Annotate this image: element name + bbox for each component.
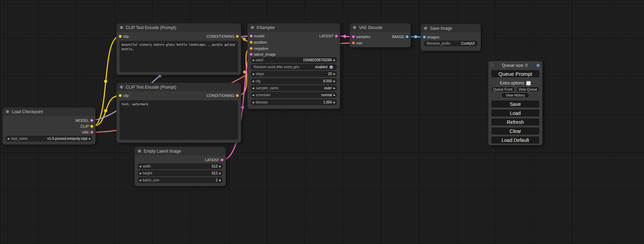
save-button[interactable]: Save <box>491 100 540 108</box>
increment-arrow-icon[interactable]: ▶ <box>332 80 337 83</box>
sampler-name-widget[interactable]: ◀ sampler_name euler ▶ <box>250 85 337 91</box>
steps-widget[interactable]: ◀ steps 20 ▶ <box>250 71 337 77</box>
output-dot-image[interactable] <box>405 35 409 38</box>
drag-handle-icon[interactable]: ⠿ <box>491 63 494 68</box>
scheduler-widget[interactable]: ◀ scheduler normal ▶ <box>250 92 337 98</box>
node-save-image[interactable]: Save Image images filename_prefix ComfyU… <box>421 24 480 51</box>
input-dot-clip[interactable] <box>118 94 122 97</box>
view-history-button[interactable]: View History <box>501 92 529 98</box>
input-dot-images[interactable] <box>423 35 426 39</box>
wire-midpoint-dot <box>243 38 246 41</box>
node-title-bar[interactable]: CLIP Text Encode (Prompt) <box>117 24 241 32</box>
node-title: Load Checkpoint <box>12 109 43 114</box>
output-dot-conditioning[interactable] <box>236 35 239 38</box>
input-dot-clip[interactable] <box>118 35 122 38</box>
decrement-arrow-icon[interactable]: ◀ <box>250 59 256 62</box>
decrement-arrow-icon[interactable]: ◀ <box>6 137 11 140</box>
node-empty-latent-image[interactable]: Empty Latent Image LATENT ◀ width 512 ▶ … <box>135 147 226 186</box>
input-dot-latent-image[interactable] <box>249 53 253 56</box>
random-seed-toggle-widget[interactable]: Random seed after every gen enabled <box>250 64 337 70</box>
node-graph-canvas[interactable]: Load Checkpoint MODEL CLIP VAE ◀ ckpt_na… <box>0 0 644 244</box>
load-default-button[interactable]: Load Default <box>491 136 540 144</box>
decrement-arrow-icon[interactable]: ◀ <box>250 80 256 83</box>
height-widget[interactable]: ◀ height 512 ▶ <box>138 170 223 176</box>
node-title-bar[interactable]: Save Image <box>421 24 480 33</box>
wire-midpoint-dot <box>343 35 346 38</box>
input-dot-vae[interactable] <box>352 41 355 45</box>
width-widget[interactable]: ◀ width 512 ▶ <box>138 163 223 169</box>
decrement-arrow-icon[interactable]: ◀ <box>138 172 143 175</box>
output-dot-latent[interactable] <box>335 34 338 38</box>
node-title-bar[interactable]: Load Checkpoint <box>3 108 95 116</box>
output-dot-conditioning[interactable] <box>236 94 239 97</box>
output-dot-model[interactable] <box>90 119 94 122</box>
decrement-arrow-icon[interactable]: ◀ <box>138 165 143 168</box>
output-label-vae: VAE <box>82 129 89 135</box>
input-dot-positive[interactable] <box>249 40 253 44</box>
prompt-textarea[interactable]: beautiful scenery nature glass bottle la… <box>120 41 238 72</box>
node-title: KSampler <box>257 25 275 30</box>
wire-clip-to-positive-prompt <box>92 36 120 126</box>
input-dot-negative[interactable] <box>249 47 253 50</box>
queue-panel: ⠿ Queue size: 0 ✱ Queue Prompt Extra opt… <box>488 61 542 145</box>
increment-arrow-icon[interactable]: ▶ <box>332 94 337 97</box>
filename-prefix-widget[interactable]: filename_prefix ComfyUI <box>424 40 478 46</box>
decrement-arrow-icon[interactable]: ◀ <box>138 179 143 182</box>
node-collapse-dot[interactable] <box>138 150 141 153</box>
decrement-arrow-icon[interactable]: ◀ <box>250 87 256 90</box>
node-title-bar[interactable]: VAE Decode <box>350 24 411 32</box>
batch-size-widget[interactable]: ◀ batch_size 1 ▶ <box>138 177 223 183</box>
input-dot-model[interactable] <box>249 34 253 38</box>
node-clip-text-encode-positive[interactable]: CLIP Text Encode (Prompt) clip CONDITION… <box>117 24 241 75</box>
input-dot-samples[interactable] <box>352 35 355 38</box>
node-title-bar[interactable]: KSampler <box>248 24 340 32</box>
node-clip-text-encode-negative[interactable]: CLIP Text Encode (Prompt) clip CONDITION… <box>117 83 241 143</box>
node-collapse-dot[interactable] <box>120 85 123 89</box>
node-title-bar[interactable]: CLIP Text Encode (Prompt) <box>117 83 241 91</box>
queue-panel-header: ⠿ Queue size: 0 ✱ <box>491 62 540 69</box>
increment-arrow-icon[interactable]: ▶ <box>87 137 92 140</box>
node-title-bar[interactable]: Empty Latent Image <box>135 147 226 155</box>
increment-arrow-icon[interactable]: ▶ <box>332 73 337 75</box>
increment-arrow-icon[interactable]: ▶ <box>218 172 223 175</box>
load-button[interactable]: Load <box>491 109 540 117</box>
clear-button[interactable]: Clear <box>491 127 540 135</box>
seed-widget[interactable]: ◀ seed 156680208700286 ▶ <box>250 57 337 63</box>
prompt-textarea[interactable]: text, watermark <box>120 100 238 140</box>
decrement-arrow-icon[interactable]: ◀ <box>250 73 256 75</box>
refresh-button[interactable]: Refresh <box>491 118 540 126</box>
view-queue-button[interactable]: View Queue <box>516 87 540 92</box>
toggle-knob-icon[interactable] <box>329 65 333 69</box>
decrement-arrow-icon[interactable]: ◀ <box>250 101 256 104</box>
queue-front-button[interactable]: Queue Front <box>491 87 515 92</box>
output-dot-latent[interactable] <box>220 158 224 162</box>
widget-value: 512 <box>212 164 218 168</box>
denoise-widget[interactable]: ◀ denoise 1.000 ▶ <box>250 99 337 105</box>
node-collapse-dot[interactable] <box>424 27 427 30</box>
cfg-widget[interactable]: ◀ cfg 8.000 ▶ <box>250 78 337 84</box>
extra-options-checkbox[interactable] <box>526 81 531 85</box>
increment-arrow-icon[interactable]: ▶ <box>332 87 337 90</box>
increment-arrow-icon[interactable]: ▶ <box>218 179 223 182</box>
ckpt-name-widget[interactable]: ◀ ckpt_name v1-5-pruned-emaonly.ckpt ▶ <box>6 136 92 142</box>
widget-value: 512 <box>212 171 218 175</box>
node-load-checkpoint[interactable]: Load Checkpoint MODEL CLIP VAE ◀ ckpt_na… <box>3 108 95 144</box>
decrement-arrow-icon[interactable]: ◀ <box>250 94 256 97</box>
node-collapse-dot[interactable] <box>120 26 123 29</box>
increment-arrow-icon[interactable]: ▶ <box>332 101 337 104</box>
input-label-model: model <box>254 33 264 39</box>
settings-gear-icon[interactable]: ✱ <box>536 63 540 68</box>
output-dot-vae[interactable] <box>90 130 94 134</box>
wire-midpoint-dot <box>104 80 107 83</box>
node-ksampler[interactable]: KSampler model positive negative latent_… <box>248 24 340 109</box>
node-collapse-dot[interactable] <box>353 26 356 29</box>
input-label-vae: vae <box>356 40 362 46</box>
node-collapse-dot[interactable] <box>6 110 9 113</box>
node-title: Empty Latent Image <box>144 149 181 154</box>
node-collapse-dot[interactable] <box>251 26 254 29</box>
output-dot-clip[interactable] <box>90 125 94 128</box>
increment-arrow-icon[interactable]: ▶ <box>218 165 223 168</box>
node-vae-decode[interactable]: VAE Decode samples vae IMAGE <box>350 24 411 47</box>
queue-prompt-button[interactable]: Queue Prompt <box>491 70 540 78</box>
increment-arrow-icon[interactable]: ▶ <box>332 59 337 62</box>
